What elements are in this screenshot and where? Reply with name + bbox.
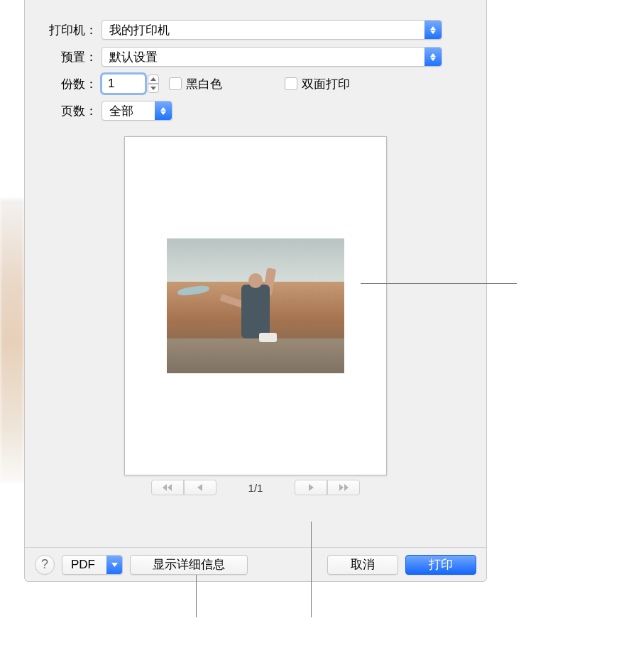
background-blur	[0, 199, 24, 483]
help-icon: ?	[41, 557, 48, 572]
svg-marker-7	[160, 111, 166, 115]
chevron-double-left-icon	[163, 484, 172, 491]
cancel-label: 取消	[351, 556, 375, 573]
callout-line	[311, 522, 312, 617]
presets-label: 预置：	[25, 49, 102, 65]
help-button[interactable]: ?	[35, 555, 55, 575]
show-details-label: 显示详细信息	[153, 556, 225, 573]
copies-input[interactable]	[102, 74, 146, 94]
first-page-button[interactable]	[151, 480, 184, 495]
svg-marker-9	[168, 484, 172, 491]
next-page-button[interactable]	[295, 480, 327, 495]
svg-marker-0	[430, 26, 436, 30]
chevron-right-icon	[308, 484, 314, 491]
callout-line	[361, 283, 517, 284]
bw-checkbox[interactable]: 黑白色	[169, 76, 222, 92]
bw-label: 黑白色	[186, 76, 222, 92]
print-dialog: 打印机： 我的打印机 预置： 默认设置 份数：	[24, 0, 487, 582]
svg-marker-10	[197, 484, 202, 491]
pdf-label: PDF	[71, 558, 95, 572]
svg-marker-2	[430, 53, 436, 57]
pages-label: 页数：	[25, 103, 102, 119]
page-counter: 1/1	[216, 482, 295, 494]
svg-marker-8	[163, 484, 167, 491]
svg-marker-12	[339, 484, 344, 491]
pdf-menu[interactable]: PDF	[62, 555, 123, 575]
svg-marker-11	[309, 484, 314, 491]
copies-label: 份数：	[25, 76, 102, 92]
printer-label: 打印机：	[25, 22, 102, 38]
printer-value: 我的打印机	[109, 22, 170, 38]
svg-marker-14	[111, 563, 118, 567]
stepper-down-icon[interactable]	[148, 84, 159, 93]
chevron-down-icon	[106, 556, 122, 574]
svg-marker-6	[160, 107, 166, 111]
svg-marker-3	[430, 57, 436, 61]
checkbox-icon	[169, 77, 182, 90]
presets-select[interactable]: 默认设置	[102, 47, 442, 67]
chevron-left-icon	[197, 484, 203, 491]
checkbox-icon	[285, 77, 297, 90]
updown-arrows-icon	[424, 48, 442, 66]
bottom-bar: ? PDF 显示详细信息 取消 打印	[25, 547, 486, 581]
last-page-button[interactable]	[327, 480, 360, 495]
svg-marker-13	[344, 484, 349, 491]
duplex-label: 双面打印	[302, 76, 350, 92]
svg-marker-5	[150, 87, 156, 90]
svg-marker-1	[430, 31, 436, 34]
duplex-checkbox[interactable]: 双面打印	[285, 76, 350, 92]
pages-select[interactable]: 全部	[102, 101, 172, 121]
printer-select[interactable]: 我的打印机	[102, 20, 442, 40]
page-preview	[124, 136, 387, 475]
callout-line	[196, 575, 197, 617]
updown-arrows-icon	[155, 101, 172, 120]
svg-marker-4	[150, 77, 156, 81]
cancel-button[interactable]: 取消	[327, 555, 398, 575]
presets-value: 默认设置	[109, 49, 158, 65]
chevron-double-right-icon	[339, 484, 349, 491]
copies-stepper[interactable]	[148, 75, 159, 93]
updown-arrows-icon	[424, 21, 442, 39]
print-label: 打印	[429, 556, 453, 573]
pages-value: 全部	[109, 103, 133, 119]
show-details-button[interactable]: 显示详细信息	[130, 555, 248, 575]
preview-photo	[167, 238, 344, 373]
prev-page-button[interactable]	[184, 480, 216, 495]
print-button[interactable]: 打印	[405, 555, 476, 575]
stepper-up-icon[interactable]	[148, 75, 159, 84]
